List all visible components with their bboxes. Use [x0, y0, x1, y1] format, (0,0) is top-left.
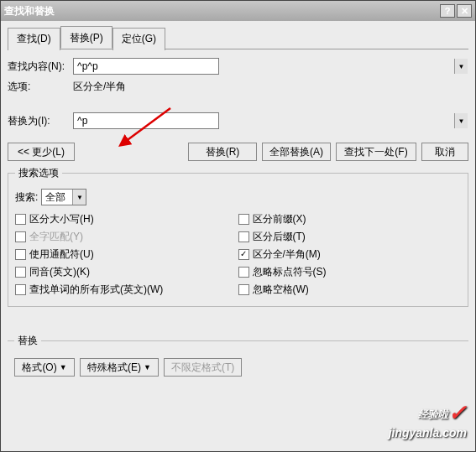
tab-strip: 查找(D) 替换(P) 定位(G): [8, 26, 468, 49]
chevron-down-icon: ▼: [144, 363, 151, 371]
tab-goto[interactable]: 定位(G): [112, 28, 165, 50]
find-next-button[interactable]: 查找下一处(F): [336, 143, 416, 161]
check-icon: ✓: [448, 400, 467, 425]
tab-replace[interactable]: 替换(P): [60, 26, 112, 49]
watermark: 经验啦✓ jingyanla.com: [389, 400, 467, 439]
left-column: 区分大小写(H) 全字匹配(Y) 使用通配符(U) 同音(英文)(K) 查找单词…: [15, 209, 238, 299]
replace-button[interactable]: 替换(R): [188, 143, 257, 161]
replace-input[interactable]: [73, 112, 219, 129]
replace-format-buttons: 格式(O)▼ 特殊格式(E)▼ 不限定格式(T): [14, 358, 462, 377]
tab-label: 替换(P): [70, 32, 103, 44]
button-label: 全部替换(A): [269, 145, 323, 159]
button-label: 不限定格式(T): [171, 361, 234, 375]
button-label: 特殊格式(E): [87, 361, 141, 375]
search-options-legend: 搜索选项: [15, 166, 62, 180]
find-input[interactable]: [73, 58, 219, 75]
chevron-down-icon: ▼: [60, 363, 67, 371]
chk-ignore-space[interactable]: 忽略空格(W): [238, 282, 462, 297]
checkbox-columns: 区分大小写(H) 全字匹配(Y) 使用通配符(U) 同音(英文)(K) 查找单词…: [15, 209, 461, 299]
search-options-group: 搜索选项 搜索: 全部 ▼ 区分大小写(H) 全字匹配(Y) 使用通配符(U) …: [8, 166, 468, 307]
tab-find[interactable]: 查找(D): [8, 28, 60, 50]
replace-row: 替换为(I): ▼: [8, 112, 468, 129]
button-label: 格式(O): [22, 361, 56, 375]
chk-prefix[interactable]: 区分前缀(X): [238, 211, 462, 226]
chk-suffix[interactable]: 区分后缀(T): [238, 229, 462, 244]
chevron-down-icon: ▼: [72, 190, 86, 205]
button-row: << 更少(L) 替换(R) 全部替换(A) 查找下一处(F) 取消: [8, 143, 468, 161]
search-direction-select[interactable]: 全部 ▼: [41, 189, 86, 205]
titlebar-buttons: ? ✕: [440, 4, 472, 18]
replace-input-wrap: ▼: [73, 112, 468, 129]
find-input-wrap: ▼: [73, 58, 468, 75]
chk-fullhalf[interactable]: 区分全/半角(M): [238, 247, 462, 262]
chk-match-case[interactable]: 区分大小写(H): [15, 211, 238, 226]
special-button[interactable]: 特殊格式(E)▼: [80, 358, 159, 377]
chk-sounds-like[interactable]: 同音(英文)(K): [15, 264, 238, 279]
search-direction-row: 搜索: 全部 ▼: [15, 189, 461, 205]
button-label: 替换(R): [206, 145, 240, 159]
help-button[interactable]: ?: [440, 4, 455, 18]
format-button[interactable]: 格式(O)▼: [14, 358, 75, 377]
tab-label: 查找(D): [17, 33, 51, 44]
options-row: 选项: 区分全/半角: [8, 80, 468, 94]
button-label: 取消: [435, 145, 455, 159]
dropdown-icon[interactable]: ▼: [454, 113, 468, 128]
cancel-button[interactable]: 取消: [421, 143, 468, 161]
close-button[interactable]: ✕: [457, 4, 472, 18]
replace-format-legend: 替换: [14, 334, 41, 348]
titlebar: 查找和替换 ? ✕: [1, 1, 475, 21]
button-label: << 更少(L): [18, 145, 65, 159]
chk-ignore-punct[interactable]: 忽略标点符号(S): [238, 264, 462, 279]
button-label: 查找下一处(F): [344, 145, 407, 159]
find-row: 查找内容(N): ▼: [8, 58, 468, 75]
dialog-content: 查找(D) 替换(P) 定位(G) 查找内容(N): ▼ 选项: 区分全/半角 …: [1, 21, 475, 382]
dialog-window: 查找和替换 ? ✕ 查找(D) 替换(P) 定位(G) 查找内容(N): ▼ 选…: [0, 0, 476, 452]
less-button[interactable]: << 更少(L): [8, 143, 75, 161]
window-title: 查找和替换: [4, 4, 440, 18]
search-direction-label: 搜索:: [15, 190, 38, 205]
chk-whole-word: 全字匹配(Y): [15, 229, 238, 244]
options-label: 选项:: [8, 80, 73, 94]
find-label: 查找内容(N):: [8, 60, 73, 74]
chk-word-forms[interactable]: 查找单词的所有形式(英文)(W): [15, 282, 238, 297]
dropdown-icon[interactable]: ▼: [454, 59, 468, 74]
right-column: 区分前缀(X) 区分后缀(T) 区分全/半角(M) 忽略标点符号(S) 忽略空格…: [238, 209, 462, 299]
tab-label: 定位(G): [122, 33, 156, 44]
chk-wildcards[interactable]: 使用通配符(U): [15, 247, 238, 262]
replace-label: 替换为(I):: [8, 114, 73, 128]
noformat-button: 不限定格式(T): [164, 358, 242, 377]
replace-all-button[interactable]: 全部替换(A): [262, 143, 331, 161]
replace-format-group: 替换 格式(O)▼ 特殊格式(E)▼ 不限定格式(T): [8, 334, 468, 378]
options-value: 区分全/半角: [73, 80, 126, 94]
